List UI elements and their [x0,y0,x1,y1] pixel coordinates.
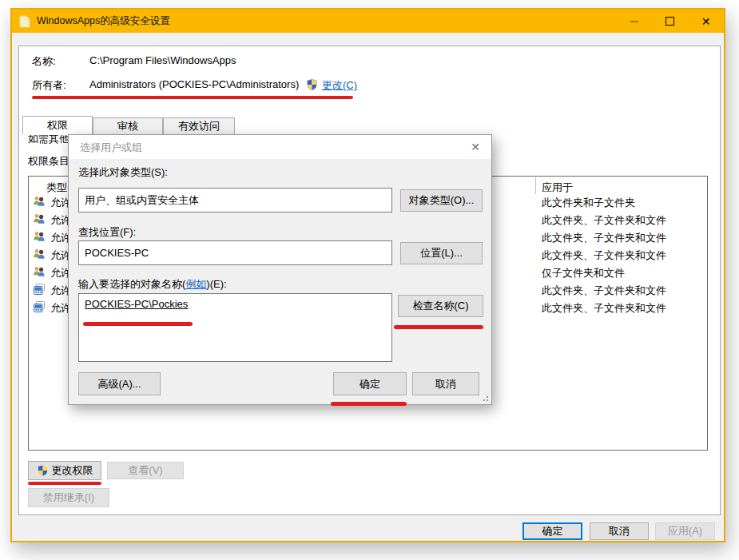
object-type-label: 选择此对象类型(S): [78,165,168,180]
maximize-button[interactable] [652,10,688,33]
owner-value: Administrators (POCKIES-PC\Administrator… [89,78,299,90]
permission-applies-to: 此文件夹、子文件夹和文件 [542,231,666,245]
object-name-value: POCKIES-PC\Pockies [85,298,188,310]
dialog-close-button[interactable]: ✕ [466,139,485,155]
permission-applies-to: 此文件夹、子文件夹和文件 [542,213,666,228]
window-titlebar: WindowsApps的高级安全设置 ✕ [12,10,724,33]
advanced-button[interactable]: 高级(A)... [78,372,161,395]
resize-grip[interactable] [482,395,488,401]
window-title: WindowsApps的高级安全设置 [37,14,170,28]
name-value: C:\Program Files\WindowsApps [89,54,236,66]
apply-button[interactable]: 应用(A) [655,522,715,540]
tab-permissions[interactable]: 权限 [22,116,93,135]
permission-applies-to: 此文件夹、子文件夹和文件 [542,284,666,298]
users-icon [33,230,46,243]
disable-inheritance-button[interactable]: 禁用继承(I) [28,488,109,507]
annotation-underline-change-permissions [28,482,101,485]
location-field[interactable]: POCKIES-PC [78,240,392,265]
change-permissions-label: 更改权限 [52,463,93,478]
permission-applies-to: 此文件夹、子文件夹和文件 [542,301,666,316]
annotation-underline-owner [32,96,353,99]
app-windows-icon [33,300,46,313]
object-names-input[interactable]: POCKIES-PC\Pockies [78,293,392,362]
object-names-label-pre: 输入要选择的对象名称( [78,278,185,290]
annotation-underline-dialog-ok [331,402,407,406]
users-icon [33,248,46,260]
uac-shield-icon [306,78,318,91]
tab-effective-access[interactable]: 有效访问 [163,117,235,135]
ok-button[interactable]: 确定 [522,522,582,540]
app-windows-icon [33,283,46,296]
window-controls: ✕ [616,10,724,33]
dialog-titlebar: 选择用户或组 ✕ [69,135,491,159]
screenshot-stage: WindowsApps的高级安全设置 ✕ 名称: C:\Program File… [0,0,739,560]
users-icon [33,265,46,278]
minimize-icon [630,21,638,22]
object-type-field[interactable]: 用户、组或内置安全主体 [78,188,392,212]
location-value: POCKIES-PC [85,247,149,259]
dialog-ok-button[interactable]: 确定 [333,372,407,395]
location-label: 查找位置(F): [78,225,136,240]
permission-applies-to: 此文件夹、子文件夹和文件 [542,248,666,263]
locations-button[interactable]: 位置(L)... [400,242,483,264]
change-owner-link[interactable]: 更改(C) [322,78,357,93]
maximize-icon [665,17,674,26]
owner-label: 所有者: [32,78,66,93]
object-names-label: 输入要选择的对象名称(例如)(E): [78,277,227,292]
dialog-cancel-button[interactable]: 取消 [412,372,479,395]
name-label: 名称: [32,54,56,69]
permission-applies-to: 此文件夹和子文件夹 [542,196,635,210]
minimize-button[interactable] [616,10,652,33]
uac-shield-icon [37,464,49,477]
object-type-value: 用户、组或内置安全主体 [85,193,199,208]
select-user-or-group-dialog: 选择用户或组 ✕ 选择此对象类型(S): 用户、组或内置安全主体 对象类型(O)… [68,134,492,405]
examples-link[interactable]: 例如 [185,278,206,290]
column-divider[interactable] [535,177,536,194]
window-icon [19,15,30,28]
check-names-button[interactable]: 检查名称(C) [398,295,483,317]
annotation-underline-object-name [83,322,193,326]
object-types-button[interactable]: 对象类型(O)... [400,189,483,212]
close-button[interactable]: ✕ [688,10,724,33]
users-icon [33,195,46,208]
users-icon [33,212,46,225]
permission-applies-to: 仅子文件夹和文件 [542,266,625,280]
object-names-label-post: )(E): [206,278,226,290]
tab-auditing[interactable]: 审核 [93,117,163,135]
change-permissions-button[interactable]: 更改权限 [28,461,101,480]
dialog-title: 选择用户或组 [80,141,142,155]
close-icon: ✕ [701,16,711,27]
annotation-underline-check-names [394,325,483,329]
cancel-button[interactable]: 取消 [590,522,649,540]
view-button[interactable]: 查看(V) [107,462,184,479]
info-text-line2: 权限条目 [28,154,70,169]
